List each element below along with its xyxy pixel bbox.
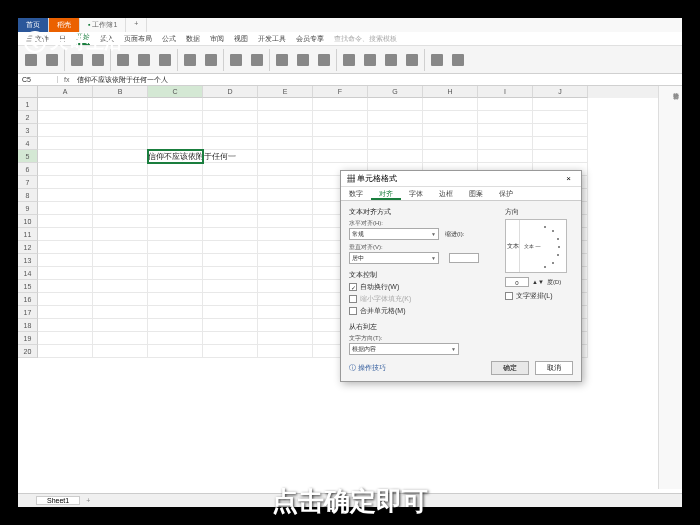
cell[interactable] bbox=[258, 241, 313, 254]
ribbon-worksheet[interactable] bbox=[382, 53, 400, 67]
cell[interactable] bbox=[148, 98, 203, 111]
ribbon-number[interactable] bbox=[181, 53, 199, 67]
ribbon-find[interactable] bbox=[428, 53, 446, 67]
ribbon-row[interactable] bbox=[361, 53, 379, 67]
row-3[interactable]: 3 bbox=[18, 124, 38, 137]
cell[interactable] bbox=[258, 254, 313, 267]
cell[interactable] bbox=[148, 254, 203, 267]
col-G[interactable]: G bbox=[368, 86, 423, 98]
cell[interactable] bbox=[38, 124, 93, 137]
cell[interactable] bbox=[258, 215, 313, 228]
merge-checkbox[interactable]: 合并单元格(M) bbox=[349, 306, 497, 316]
tab-pattern[interactable]: 图案 bbox=[461, 187, 491, 200]
cell[interactable] bbox=[423, 150, 478, 163]
cell[interactable] bbox=[38, 163, 93, 176]
cell[interactable] bbox=[478, 137, 533, 150]
cell[interactable] bbox=[93, 202, 148, 215]
menu-formula[interactable]: 公式 bbox=[162, 34, 176, 44]
menu-dev[interactable]: 开发工具 bbox=[258, 34, 286, 44]
cell[interactable] bbox=[93, 98, 148, 111]
cell[interactable] bbox=[478, 111, 533, 124]
ribbon-symbol[interactable] bbox=[449, 53, 467, 67]
cell[interactable] bbox=[38, 98, 93, 111]
menu-search[interactable]: 查找命令、搜索模板 bbox=[334, 34, 397, 44]
cell[interactable] bbox=[423, 111, 478, 124]
row-10[interactable]: 10 bbox=[18, 215, 38, 228]
menu-data[interactable]: 数据 bbox=[186, 34, 200, 44]
cell[interactable] bbox=[313, 111, 368, 124]
row-2[interactable]: 2 bbox=[18, 111, 38, 124]
cell[interactable] bbox=[258, 228, 313, 241]
cell[interactable] bbox=[148, 228, 203, 241]
cell[interactable] bbox=[203, 202, 258, 215]
row-11[interactable]: 11 bbox=[18, 228, 38, 241]
cell[interactable] bbox=[258, 189, 313, 202]
cell[interactable] bbox=[148, 306, 203, 319]
cell[interactable] bbox=[533, 98, 588, 111]
row-19[interactable]: 19 bbox=[18, 332, 38, 345]
cell[interactable] bbox=[93, 241, 148, 254]
shrink-checkbox[interactable]: 缩小字体填充(K) bbox=[349, 294, 497, 304]
cell[interactable] bbox=[258, 176, 313, 189]
cell[interactable]: 信仰不应该依附于任何一 bbox=[148, 150, 203, 163]
cell[interactable] bbox=[203, 137, 258, 150]
cell[interactable] bbox=[38, 319, 93, 332]
cell[interactable] bbox=[203, 124, 258, 137]
cell[interactable] bbox=[38, 332, 93, 345]
cell[interactable] bbox=[93, 254, 148, 267]
cell[interactable] bbox=[533, 150, 588, 163]
cell[interactable] bbox=[38, 150, 93, 163]
cell[interactable] bbox=[313, 137, 368, 150]
cell[interactable] bbox=[313, 98, 368, 111]
menu-review[interactable]: 审阅 bbox=[210, 34, 224, 44]
orient-dial[interactable]: 文本 — bbox=[520, 220, 566, 272]
ribbon-sort[interactable] bbox=[294, 53, 312, 67]
cell[interactable] bbox=[203, 332, 258, 345]
cell[interactable] bbox=[93, 163, 148, 176]
task-pane[interactable]: 选择窗格 bbox=[658, 86, 682, 489]
cell[interactable] bbox=[258, 306, 313, 319]
row-4[interactable]: 4 bbox=[18, 137, 38, 150]
cell[interactable] bbox=[38, 241, 93, 254]
row-20[interactable]: 20 bbox=[18, 345, 38, 358]
vert-align-select[interactable]: 居中▼ bbox=[349, 252, 439, 264]
horiz-align-select[interactable]: 常规▼ bbox=[349, 228, 439, 240]
cell[interactable] bbox=[38, 176, 93, 189]
cell[interactable] bbox=[38, 267, 93, 280]
ribbon-filter[interactable] bbox=[315, 53, 333, 67]
cell[interactable] bbox=[203, 267, 258, 280]
cell[interactable] bbox=[148, 189, 203, 202]
cell[interactable] bbox=[533, 137, 588, 150]
cell[interactable] bbox=[423, 124, 478, 137]
text-dir-select[interactable]: 根据内容▼ bbox=[349, 343, 459, 355]
row-5[interactable]: 5 bbox=[18, 150, 38, 163]
tab-align[interactable]: 对齐 bbox=[371, 187, 401, 200]
cell[interactable] bbox=[93, 345, 148, 358]
col-E[interactable]: E bbox=[258, 86, 313, 98]
cell[interactable] bbox=[148, 241, 203, 254]
cell[interactable] bbox=[203, 228, 258, 241]
ribbon-sum[interactable] bbox=[273, 53, 291, 67]
cell[interactable] bbox=[203, 176, 258, 189]
cell[interactable] bbox=[258, 98, 313, 111]
cell[interactable] bbox=[93, 215, 148, 228]
cell[interactable] bbox=[203, 215, 258, 228]
cell[interactable] bbox=[93, 332, 148, 345]
row-18[interactable]: 18 bbox=[18, 319, 38, 332]
menu-view[interactable]: 视图 bbox=[234, 34, 248, 44]
formula-input[interactable]: 信仰不应该依附于任何一个人 bbox=[75, 75, 168, 85]
cell[interactable] bbox=[203, 293, 258, 306]
stack-checkbox[interactable]: 文字竖排(L) bbox=[505, 291, 573, 301]
cell[interactable] bbox=[148, 137, 203, 150]
row-8[interactable]: 8 bbox=[18, 189, 38, 202]
row-1[interactable]: 1 bbox=[18, 98, 38, 111]
ribbon-paste[interactable] bbox=[22, 53, 40, 67]
cell[interactable] bbox=[258, 293, 313, 306]
cell[interactable] bbox=[258, 111, 313, 124]
cell[interactable] bbox=[258, 137, 313, 150]
cell[interactable] bbox=[258, 202, 313, 215]
col-D[interactable]: D bbox=[203, 86, 258, 98]
cell[interactable] bbox=[258, 163, 313, 176]
cell[interactable] bbox=[533, 124, 588, 137]
cell[interactable] bbox=[258, 345, 313, 358]
